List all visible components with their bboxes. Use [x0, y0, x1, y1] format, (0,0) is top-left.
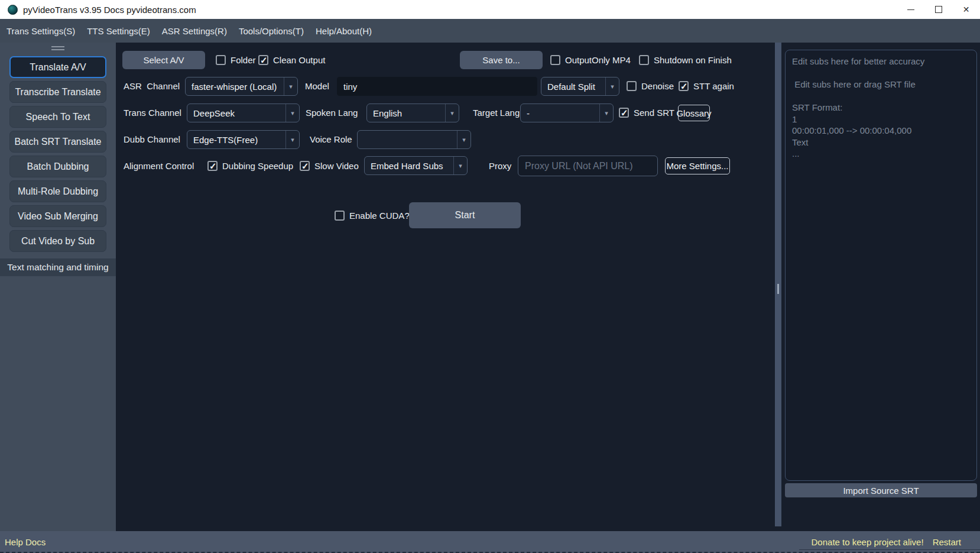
statusbar-divider	[799, 549, 980, 550]
subtitle-editor[interactable]: Edit subs here for better accuracy Edit …	[785, 50, 977, 481]
sidebar: Translate A/V Transcribe Translate Speec…	[0, 43, 116, 531]
checkbox-box-icon	[207, 161, 218, 171]
start-button[interactable]: Start	[409, 202, 521, 228]
app-logo-icon	[8, 5, 18, 15]
sidebar-item-translate-av[interactable]: Translate A/V	[9, 56, 106, 78]
chevron-down-icon: ▾	[285, 104, 299, 122]
chevron-down-icon: ▾	[457, 131, 470, 148]
app-window: pyVideoTrans v3.95 Docs pyvideotrans.com…	[0, 0, 980, 553]
checkbox-box-icon	[627, 81, 637, 91]
window-title: pyVideoTrans v3.95 Docs pyvideotrans.com	[23, 5, 196, 15]
minimize-icon	[907, 9, 914, 10]
model-label: Model	[305, 77, 329, 95]
split-mode-select[interactable]: Default Split▾	[541, 77, 619, 96]
enable-cuda-checkbox[interactable]: Enable CUDA?	[335, 206, 410, 225]
maximize-button[interactable]	[924, 0, 952, 19]
subtitle-line: Edit subs here for better accuracy	[792, 56, 970, 67]
sidebar-item-multi-role-dubbing[interactable]: Multi-Role Dubbing	[9, 180, 106, 202]
trans-channel-label: Trans Channel	[124, 104, 181, 122]
menu-trans-settings[interactable]: Trans Settings(S)	[1, 19, 81, 43]
subtitle-line: SRT Format:	[792, 102, 970, 114]
dubb-channel-label: Dubb Channel	[124, 130, 180, 148]
donate-link[interactable]: Donate to keep project alive!	[812, 537, 924, 547]
sidebar-item-video-sub-merging[interactable]: Video Sub Merging	[9, 205, 106, 227]
help-docs-link[interactable]: Help Docs	[5, 537, 46, 547]
panel-splitter[interactable]	[775, 43, 781, 526]
voice-role-label: Voice Role	[310, 130, 352, 148]
titlebar: pyVideoTrans v3.95 Docs pyvideotrans.com…	[0, 0, 980, 19]
trans-channel-select[interactable]: DeepSeek▾	[187, 104, 300, 122]
statusbar: Help Docs Donate to keep project alive! …	[0, 531, 980, 553]
send-srt-checkbox[interactable]: Send SRT	[619, 104, 674, 122]
chevron-down-icon: ▾	[453, 157, 467, 174]
alignment-control-label: Alignment Control	[124, 157, 194, 175]
checkbox-box-icon	[679, 81, 689, 91]
subtitle-line: Edit subs here or drag SRT file	[792, 79, 970, 90]
voice-role-select[interactable]: ▾	[357, 130, 471, 149]
window-controls: ✕	[897, 0, 980, 19]
clean-output-checkbox[interactable]: Clean Output	[258, 51, 325, 69]
checkbox-box-icon	[550, 55, 560, 65]
chevron-down-icon: ▾	[605, 77, 619, 95]
asr-channel-select[interactable]: faster-whisper (Local)▾	[185, 77, 298, 96]
proxy-label: Proxy	[489, 157, 511, 175]
spoken-lang-label: Spoken Lang	[306, 104, 358, 122]
checkbox-box-icon	[258, 55, 268, 65]
embed-subs-select[interactable]: Embed Hard Subs▾	[364, 156, 468, 175]
denoise-checkbox[interactable]: Denoise	[627, 77, 674, 95]
subtitle-line: Text	[792, 137, 970, 148]
close-button[interactable]: ✕	[952, 0, 980, 19]
asr-channel-label: ASR Channel	[124, 77, 180, 95]
checkbox-box-icon	[619, 108, 629, 118]
menu-help-about[interactable]: Help/About(H)	[310, 19, 378, 43]
sidebar-tab-text-matching[interactable]: Text matching and timing	[0, 258, 116, 276]
output-only-mp4-checkbox[interactable]: OutputOnly MP4	[550, 51, 631, 69]
splitter-handle-icon	[777, 284, 779, 294]
statusbar-right: Donate to keep project alive! Restart	[812, 537, 961, 547]
slow-video-checkbox[interactable]: Slow Video	[300, 157, 359, 175]
minimize-button[interactable]	[897, 0, 924, 19]
sidebar-item-batch-srt-translate[interactable]: Batch SRT Translate	[9, 131, 106, 153]
sidebar-item-cut-video-by-sub[interactable]: Cut Video by Sub	[9, 230, 106, 252]
target-lang-select[interactable]: -▾	[520, 104, 614, 122]
sidebar-grip-icon[interactable]	[51, 46, 64, 50]
maximize-icon	[935, 6, 942, 13]
subtitle-line	[792, 90, 970, 102]
menu-tools-options[interactable]: Tools/Options(T)	[233, 19, 310, 43]
select-av-button[interactable]: Select A/V	[122, 51, 205, 69]
folder-checkbox[interactable]: Folder	[216, 51, 256, 69]
subtitle-line: 00:00:01,000 --> 00:00:04,000	[792, 125, 970, 137]
subtitle-line	[792, 67, 970, 79]
proxy-input[interactable]	[518, 156, 658, 176]
menu-asr-settings[interactable]: ASR Settings(R)	[156, 19, 233, 43]
chevron-down-icon: ▾	[284, 77, 297, 95]
subtitle-line: ...	[792, 148, 970, 160]
checkbox-box-icon	[216, 55, 226, 65]
close-icon: ✕	[963, 5, 970, 14]
checkbox-box-icon	[300, 161, 310, 171]
subtitle-line: 1	[792, 114, 970, 125]
sidebar-item-transcribe-translate[interactable]: Transcribe Translate	[9, 81, 106, 103]
dubb-channel-select[interactable]: Edge-TTS(Free)▾	[187, 130, 300, 149]
chevron-down-icon: ▾	[285, 131, 299, 148]
more-settings-button[interactable]: More Settings...	[665, 157, 730, 174]
import-source-srt-button[interactable]: Import Source SRT	[785, 483, 977, 497]
shutdown-on-finish-checkbox[interactable]: Shutdown on Finish	[639, 51, 732, 69]
spoken-lang-select[interactable]: English▾	[366, 104, 459, 122]
dubbing-speedup-checkbox[interactable]: Dubbing Speedup	[207, 157, 293, 175]
checkbox-box-icon	[335, 211, 345, 221]
chevron-down-icon: ▾	[445, 104, 459, 122]
glossary-button[interactable]: Glossary	[678, 105, 710, 121]
save-to-button[interactable]: Save to...	[460, 51, 543, 69]
restart-link[interactable]: Restart	[933, 537, 961, 547]
stt-again-checkbox[interactable]: STT again	[679, 77, 734, 95]
checkbox-box-icon	[639, 55, 649, 65]
model-input[interactable]	[337, 77, 537, 96]
menu-tts-settings[interactable]: TTS Settings(E)	[81, 19, 156, 43]
sidebar-item-speech-to-text[interactable]: Speech To Text	[9, 106, 106, 128]
menubar: Trans Settings(S) TTS Settings(E) ASR Se…	[0, 19, 980, 43]
chevron-down-icon: ▾	[599, 104, 613, 122]
sidebar-item-batch-dubbing[interactable]: Batch Dubbing	[9, 156, 106, 177]
target-lang-label: Target Lang	[473, 104, 520, 122]
